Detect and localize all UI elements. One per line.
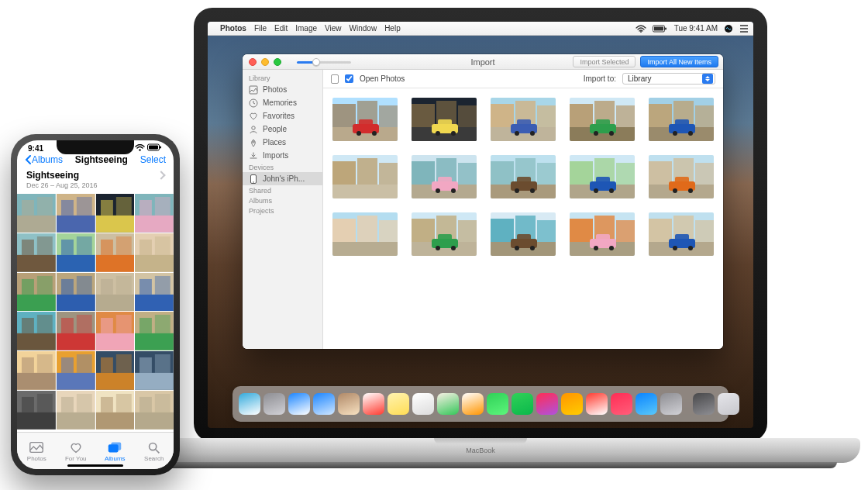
import-thumbnail[interactable] (649, 155, 714, 198)
import-thumbnail[interactable] (412, 98, 477, 141)
import-thumbnail[interactable] (649, 212, 714, 256)
import-thumbnail[interactable] (649, 98, 714, 141)
photo-cell[interactable] (135, 233, 174, 272)
import-thumbnail[interactable] (332, 98, 398, 141)
photo-cell[interactable] (57, 312, 95, 350)
nav-select-button[interactable]: Select (140, 154, 166, 165)
wifi-icon[interactable] (636, 25, 646, 33)
dock-ibooks[interactable] (561, 393, 583, 415)
photo-cell[interactable] (57, 351, 95, 390)
menu-view[interactable]: View (325, 24, 342, 33)
photo-cell[interactable] (17, 312, 56, 350)
dock-contacts[interactable] (338, 393, 360, 415)
photo-cell[interactable] (96, 273, 135, 312)
import-thumbnail[interactable] (412, 212, 477, 256)
dock-downloads[interactable] (693, 393, 715, 415)
sidebar-item-places[interactable]: Places (243, 136, 322, 149)
iphone-home-indicator[interactable] (67, 464, 123, 467)
import-thumbnail[interactable] (332, 155, 398, 198)
import-thumbnail[interactable] (491, 98, 556, 141)
dock-reminders[interactable] (412, 393, 434, 415)
menu-edit[interactable]: Edit (274, 24, 288, 33)
dock-facetime[interactable] (512, 393, 533, 415)
dock-maps[interactable] (437, 393, 459, 415)
dock-notes[interactable] (388, 393, 409, 415)
photo-cell[interactable] (57, 273, 95, 312)
tab-photos[interactable]: Photos (17, 440, 57, 462)
sidebar-item-device-iphone[interactable]: John's iPh... (243, 172, 322, 185)
svg-rect-203 (96, 333, 135, 350)
photo-cell[interactable] (96, 351, 135, 390)
import-thumbnail[interactable] (491, 155, 556, 198)
window-titlebar[interactable]: Import Import Selected Import All New It… (243, 54, 723, 70)
photo-cell[interactable] (17, 194, 56, 233)
svg-rect-184 (61, 278, 74, 294)
sidebar-item-memories[interactable]: Memories (243, 96, 322, 109)
app-menu[interactable]: Photos (220, 24, 246, 33)
dock-appstore[interactable] (636, 393, 657, 415)
photo-cell[interactable] (17, 351, 56, 390)
menu-file[interactable]: File (254, 24, 267, 33)
tab-albums[interactable]: Albums (95, 440, 135, 462)
photo-cell[interactable] (135, 351, 174, 390)
notification-center-icon[interactable] (739, 25, 749, 33)
dock-messages[interactable] (487, 393, 508, 415)
dock-trash[interactable] (718, 393, 739, 415)
search-icon (146, 440, 163, 454)
sidebar-group-projects[interactable]: Projects (243, 205, 322, 216)
dock-safari[interactable] (288, 393, 310, 415)
photo-cell[interactable] (96, 233, 135, 272)
import-all-button[interactable]: Import All New Items (640, 56, 718, 67)
svg-rect-99 (357, 216, 377, 242)
dock-music[interactable] (611, 393, 632, 415)
photo-cell[interactable] (57, 391, 95, 430)
sidebar-item-imports[interactable]: Imports (243, 149, 322, 162)
dock-photos[interactable] (462, 393, 484, 415)
import-to-select[interactable]: Library (622, 73, 715, 85)
dock-calendar[interactable] (363, 393, 384, 415)
import-selected-button[interactable]: Import Selected (573, 56, 636, 67)
menubar-clock[interactable]: Tue 9:41 AM (674, 24, 718, 33)
import-thumbnail[interactable] (332, 212, 398, 256)
tab-foryou[interactable]: For You (57, 440, 96, 462)
photo-cell[interactable] (96, 391, 135, 430)
dock-finder[interactable] (239, 393, 260, 415)
photo-cell[interactable] (135, 273, 174, 312)
sidebar-item-favorites[interactable]: Favorites (243, 109, 322, 122)
menu-image[interactable]: Image (295, 24, 317, 33)
import-thumbnail[interactable] (570, 155, 635, 198)
svg-rect-100 (379, 220, 398, 242)
import-thumbnail[interactable] (491, 212, 556, 256)
photo-cell[interactable] (17, 233, 56, 272)
menu-window[interactable]: Window (350, 24, 377, 33)
tab-search[interactable]: Search (135, 440, 174, 462)
dock-itunes[interactable] (536, 393, 558, 415)
photo-cell[interactable] (57, 233, 95, 272)
open-photos-checkbox[interactable] (345, 74, 353, 83)
dock-launchpad[interactable] (264, 393, 285, 415)
photo-cell[interactable] (135, 391, 174, 430)
import-thumbnail[interactable] (570, 98, 635, 141)
photo-cell[interactable] (135, 312, 174, 350)
dock-news[interactable] (586, 393, 608, 415)
photo-cell[interactable] (96, 312, 135, 350)
siri-icon[interactable] (724, 24, 733, 33)
sidebar-item-people[interactable]: People (243, 122, 322, 136)
photo-cell[interactable] (135, 194, 174, 233)
photo-cell[interactable] (17, 273, 56, 312)
dock-preferences[interactable] (660, 393, 682, 415)
photo-cell[interactable] (17, 391, 56, 430)
sidebar-group-shared[interactable]: Shared (243, 185, 322, 195)
sidebar-item-photos[interactable]: Photos (243, 83, 322, 96)
svg-rect-48 (649, 104, 672, 127)
menu-help[interactable]: Help (384, 24, 401, 33)
sidebar-group-albums[interactable]: Albums (243, 195, 322, 205)
battery-icon[interactable] (653, 25, 668, 33)
photo-cell[interactable] (57, 194, 95, 233)
album-header[interactable]: Sightseeing Dec 26 – Aug 25, 2016 (17, 167, 174, 194)
nav-back-button[interactable]: Albums (25, 154, 63, 165)
photo-cell[interactable] (96, 194, 135, 233)
import-thumbnail[interactable] (412, 155, 477, 198)
dock-mail[interactable] (313, 393, 335, 415)
import-thumbnail[interactable] (570, 212, 635, 256)
